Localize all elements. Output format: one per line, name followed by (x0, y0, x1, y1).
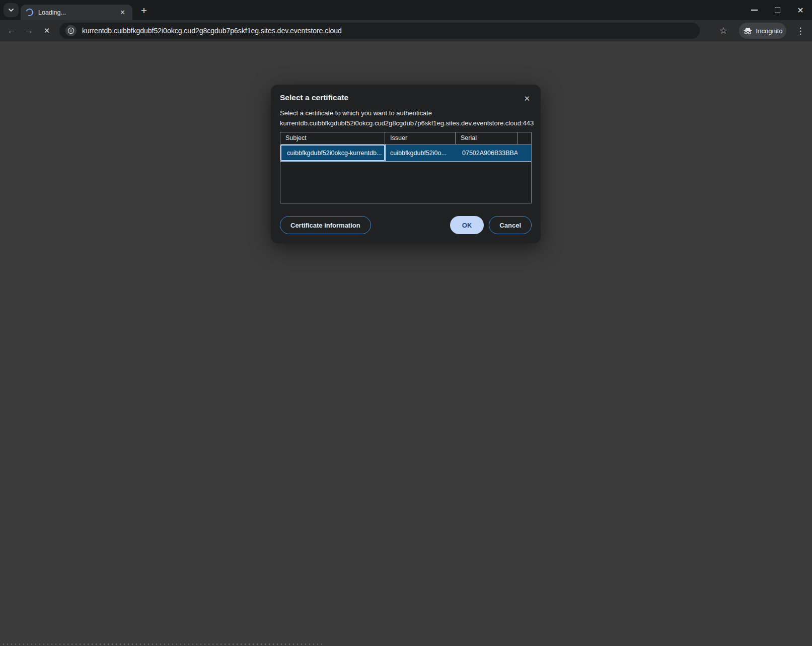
forward-button[interactable]: → (20, 20, 37, 41)
dialog-description: Select a certificate to which you want t… (280, 108, 532, 128)
maximize-icon (775, 8, 780, 13)
dialog-description-line: Select a certificate to which you want t… (280, 108, 532, 118)
dialog-host: kurrentdb.cuibbfkgdubf52i0okcg.cud2g8cgd… (280, 118, 532, 128)
tab-search-button[interactable] (4, 3, 19, 17)
ok-button[interactable]: OK (450, 216, 484, 234)
loading-spinner-icon (25, 8, 35, 18)
certificate-row-selected[interactable]: cuibbfkgdubf52i0okcg-kurrentdb... cuibbf… (280, 145, 531, 162)
window-controls: ✕ (743, 0, 812, 20)
certificate-table-header: Subject Issuer Serial (280, 132, 531, 145)
column-header-subject: Subject (280, 132, 385, 144)
dialog-buttons: Certificate information OK Cancel (280, 216, 532, 234)
column-header-serial: Serial (456, 132, 518, 144)
minimize-icon (751, 10, 758, 11)
browser-toolbar: ← → ✕ kurrentdb.cuibbfkgdubf52i0okcg.cud… (0, 20, 812, 41)
certificate-row-spacer (518, 145, 531, 161)
cancel-button[interactable]: Cancel (489, 216, 532, 234)
certificate-issuer-cell: cuibbfkgdubf52i0o... (385, 145, 456, 161)
address-bar[interactable]: kurrentdb.cuibbfkgdubf52i0okcg.cud2g8cgd… (59, 23, 700, 39)
stop-loading-button[interactable]: ✕ (38, 20, 55, 41)
certificate-serial-cell: 07502A906B33BBA... (456, 145, 518, 161)
browser-menu-icon[interactable]: ⋮ (792, 20, 808, 41)
window-minimize-button[interactable] (743, 0, 766, 20)
bookmark-star-icon[interactable]: ☆ (715, 20, 732, 41)
dialog-title: Select a certificate (280, 93, 348, 102)
incognito-badge: Incognito (739, 23, 786, 39)
select-certificate-dialog: Select a certificate ✕ Select a certific… (271, 85, 541, 243)
certificate-subject-cell: cuibbfkgdubf52i0okcg-kurrentdb... (280, 145, 385, 161)
browser-tab[interactable]: Loading... ✕ (21, 5, 132, 20)
column-header-issuer: Issuer (385, 132, 456, 144)
dialog-close-icon[interactable]: ✕ (522, 93, 532, 104)
back-button[interactable]: ← (3, 20, 20, 41)
window-maximize-button[interactable] (766, 0, 789, 20)
incognito-label: Incognito (756, 27, 783, 35)
render-artifact-dots (3, 643, 325, 645)
tab-close-icon[interactable]: ✕ (118, 8, 127, 17)
certificate-information-button[interactable]: Certificate information (280, 216, 371, 234)
site-info-icon[interactable] (65, 25, 77, 36)
tab-strip: Loading... ✕ + ✕ (0, 0, 812, 20)
page-content: Select a certificate ✕ Select a certific… (0, 41, 812, 646)
certificate-table: Subject Issuer Serial cuibbfkgdubf52i0ok… (280, 132, 532, 203)
url-text: kurrentdb.cuibbfkgdubf52i0okcg.cud2g8cgd… (82, 27, 342, 35)
column-header-spacer (518, 132, 531, 144)
incognito-icon (743, 27, 753, 35)
new-tab-button[interactable]: + (137, 4, 151, 18)
tab-title: Loading... (38, 9, 118, 16)
window-close-button[interactable]: ✕ (789, 0, 812, 20)
chevron-down-icon (8, 8, 14, 12)
